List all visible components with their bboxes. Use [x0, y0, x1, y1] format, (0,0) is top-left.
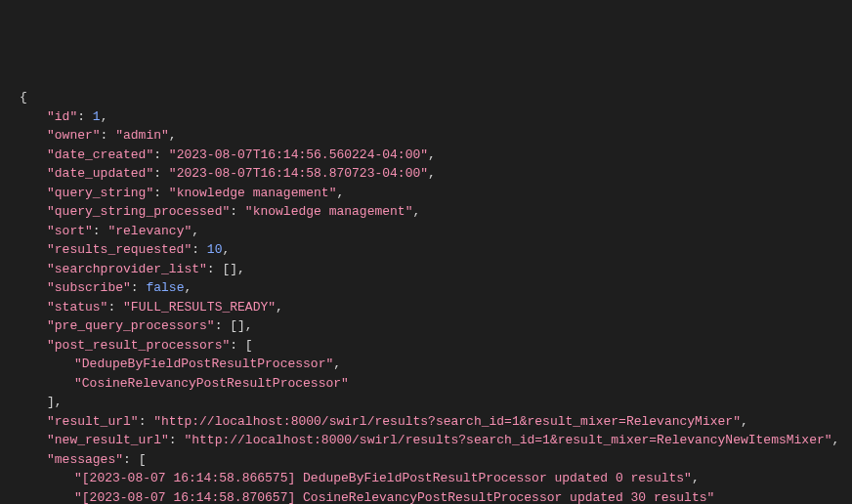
json-row-searchprovider-list: "searchprovider_list": [], [20, 260, 832, 279]
json-row-result-url: "result_url": "http://localhost:8000/swi… [20, 412, 832, 432]
json-row-pre-query-processors: "pre_query_processors": [], [20, 316, 832, 336]
json-row-messages-open: "messages": [ [20, 450, 832, 470]
json-array-item: "[2023-08-07 16:14:58.866575] DedupeByFi… [20, 469, 832, 488]
json-row-query-string: "query_string": "knowledge management", [20, 184, 832, 203]
json-row-subscribe: "subscribe": false, [20, 278, 832, 298]
json-row-status: "status": "FULL_RESULTS_READY", [20, 298, 832, 317]
json-open-brace: { [20, 88, 832, 107]
json-viewer: {"id": 1,"owner": "admin","date_created"… [20, 88, 832, 504]
json-array-item: "[2023-08-07 16:14:58.870657] CosineRele… [20, 488, 832, 505]
json-row-date-updated: "date_updated": "2023-08-07T16:14:58.870… [20, 164, 832, 184]
json-row-sort: "sort": "relevancy", [20, 222, 832, 241]
json-array-item: "DedupeByFieldPostResultProcessor", [20, 355, 832, 374]
json-row-owner: "owner": "admin", [20, 126, 832, 146]
json-row-results-requested: "results_requested": 10, [20, 240, 832, 260]
json-row-new-result-url: "new_result_url": "http://localhost:8000… [20, 431, 832, 450]
json-array-item: "CosineRelevancyPostResultProcessor" [20, 374, 832, 394]
json-row-query-string-processed: "query_string_processed": "knowledge man… [20, 202, 832, 222]
json-row-date-created: "date_created": "2023-08-07T16:14:56.560… [20, 146, 832, 165]
json-array-close: ], [20, 393, 832, 412]
json-row-post-result-processors-open: "post_result_processors": [ [20, 336, 832, 356]
json-row-id: "id": 1, [20, 107, 832, 127]
